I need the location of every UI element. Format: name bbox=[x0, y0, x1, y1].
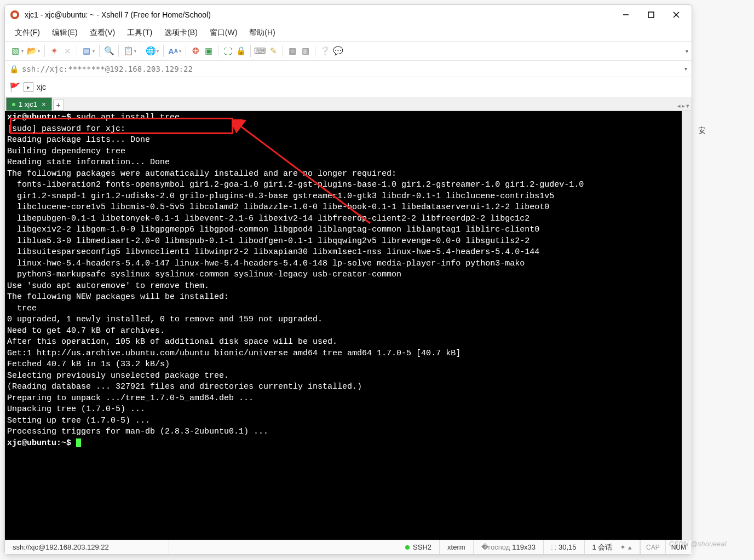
menu-window[interactable]: 窗口(W) bbox=[206, 26, 241, 39]
status-ssh: SSH2 bbox=[398, 540, 440, 554]
minimize-button[interactable] bbox=[618, 7, 634, 22]
svg-point-1 bbox=[13, 13, 17, 17]
grid1-icon[interactable]: ▦ bbox=[286, 45, 298, 57]
output-line: Unpacking tree (1.7.0-5) ... bbox=[7, 405, 145, 414]
cropped-text: 安 bbox=[698, 126, 706, 136]
new-session-icon[interactable]: ▧ bbox=[9, 45, 21, 57]
properties-icon[interactable]: ▤ bbox=[80, 45, 93, 57]
lock-small-icon: 🔒 bbox=[9, 65, 19, 73]
grid2-icon[interactable]: ▥ bbox=[300, 45, 312, 57]
output-line: Use 'sudo apt autoremove' to remove them… bbox=[7, 281, 209, 291]
highlight-icon[interactable]: ✎ bbox=[267, 45, 279, 57]
tab-next-icon[interactable]: ▸ bbox=[682, 102, 685, 109]
output-line: Reading package lists... Done bbox=[7, 135, 150, 145]
bookmark-icon[interactable]: 🚩 bbox=[9, 82, 20, 93]
output-line: libclucene-core1v5 libcmis-0.5-5v5 libco… bbox=[7, 203, 549, 212]
output-line: Setting up tree (1.7.0-5) ... bbox=[7, 416, 150, 425]
status-pos: ⸬30,15 bbox=[544, 540, 585, 554]
watermark: CSDN @shoueeal bbox=[669, 540, 727, 548]
output-line: Need to get 40.7 kB of archives. bbox=[7, 326, 165, 336]
output-line: gir1.2-snapd-1 gir1.2-udisks-2.0 grilo-p… bbox=[7, 192, 554, 201]
output-line: Reading state information... Done bbox=[7, 158, 170, 167]
swirl-icon[interactable]: ❂ bbox=[189, 45, 202, 57]
tab-close-icon[interactable]: × bbox=[42, 100, 46, 108]
app-window: xjc1 - xjc@ubuntu: ~ - Xshell 7 (Free fo… bbox=[4, 4, 692, 555]
tab-label: 1 xjc1 bbox=[19, 100, 37, 108]
prompt-1: xjc@ubuntu:~$ bbox=[7, 113, 76, 122]
open-icon[interactable]: 📂 bbox=[26, 45, 38, 57]
output-line: After this operation, 105 kB of addition… bbox=[7, 337, 337, 347]
session-folder-icon[interactable]: ▸ bbox=[24, 82, 33, 92]
keyboard-icon[interactable]: ⌨ bbox=[254, 45, 266, 57]
green-box-icon[interactable]: ▣ bbox=[203, 45, 215, 57]
output-line: (Reading database ... 327921 files and d… bbox=[7, 382, 362, 391]
address-text[interactable]: ssh://xjc:********@192.168.203.129:22 bbox=[22, 65, 681, 73]
menubar: 文件(F) 编辑(E) 查看(V) 工具(T) 选项卡(B) 窗口(W) 帮助(… bbox=[5, 25, 692, 41]
expand-icon[interactable]: ⛶ bbox=[222, 45, 234, 57]
addressbar: 🔒 ssh://xjc:********@192.168.203.129:22 … bbox=[5, 61, 692, 77]
app-icon bbox=[9, 9, 20, 20]
output-line: Processing triggers for man-db (2.8.3-2u… bbox=[7, 427, 268, 436]
output-line: Preparing to unpack .../tree_1.7.0-5_amd… bbox=[7, 394, 254, 403]
command-1: sudo apt install tree bbox=[76, 113, 180, 122]
tab-xjc1[interactable]: 1 xjc1 × bbox=[6, 97, 52, 111]
globe-icon[interactable]: 🌐 bbox=[145, 45, 157, 57]
window-title: xjc1 - xjc@ubuntu: ~ - Xshell 7 (Free fo… bbox=[25, 10, 618, 19]
search-icon[interactable]: 🔍 bbox=[103, 45, 115, 57]
tab-status-dot bbox=[12, 103, 15, 106]
sessionbar: 🚩 ▸ xjc bbox=[5, 77, 692, 97]
output-line: tree bbox=[7, 304, 37, 313]
help-icon[interactable]: ❔ bbox=[319, 45, 331, 57]
font-icon[interactable]: AA bbox=[167, 45, 179, 57]
chat-icon[interactable]: 💬 bbox=[332, 45, 344, 57]
menu-file[interactable]: 文件(F) bbox=[11, 26, 43, 39]
close-button[interactable] bbox=[669, 7, 684, 22]
output-line: libgexiv2-2 libgom-1.0-0 libgpgmepp6 lib… bbox=[7, 225, 539, 234]
maximize-button[interactable] bbox=[643, 7, 659, 22]
menu-tabs[interactable]: 选项卡(B) bbox=[161, 26, 201, 39]
menu-tools[interactable]: 工具(T) bbox=[124, 26, 156, 39]
output-line: Fetched 40.7 kB in 1s (33.2 kB/s) bbox=[7, 360, 170, 369]
output-line: libsuitesparseconfig5 libvncclient1 libw… bbox=[7, 247, 539, 257]
prompt-2: xjc@ubuntu:~$ bbox=[7, 438, 76, 448]
output-line: liblua5.3-0 libmediaart-2.0-0 libmspub-0… bbox=[7, 236, 529, 246]
output-line: Get:1 http://us.archive.ubuntu.com/ubunt… bbox=[7, 349, 461, 358]
output-line: 0 upgraded, 1 newly installed, 0 to remo… bbox=[7, 315, 323, 324]
output-line: Building dependency tree bbox=[7, 147, 160, 156]
output-line: Selecting previously unselected package … bbox=[7, 371, 229, 380]
status-cap: CAP bbox=[640, 540, 665, 554]
add-tab-button[interactable]: + bbox=[53, 100, 64, 111]
status-connection: ssh://xjc@192.168.203.129:22 bbox=[5, 540, 169, 554]
status-size: �господ119x33 bbox=[474, 540, 544, 554]
output-line: The following packages were automaticall… bbox=[7, 169, 396, 178]
menu-view[interactable]: 查看(V) bbox=[87, 26, 119, 39]
status-led-icon bbox=[405, 545, 410, 550]
copy-icon[interactable]: 📋 bbox=[122, 45, 134, 57]
svg-rect-3 bbox=[648, 12, 654, 18]
menu-edit[interactable]: 编辑(E) bbox=[49, 26, 81, 39]
disconnect-icon[interactable]: ⤫ bbox=[61, 45, 73, 57]
lock-icon[interactable]: 🔒 bbox=[235, 45, 247, 57]
menu-help[interactable]: 帮助(H) bbox=[246, 26, 278, 39]
scrollbar-thumb[interactable] bbox=[683, 111, 690, 177]
statusbar: ssh://xjc@192.168.203.129:22 SSH2 xterm … bbox=[5, 540, 692, 554]
output-line: [sudo] password for xjc: bbox=[7, 124, 130, 134]
output-line: python3-markupsafe syslinux syslinux-com… bbox=[7, 270, 401, 279]
output-line: linux-hwe-5.4-headers-5.4.0-147 linux-hw… bbox=[7, 259, 525, 268]
cursor bbox=[76, 438, 81, 447]
address-dropdown[interactable]: ▾ bbox=[684, 66, 687, 72]
tab-list-icon[interactable]: ▾ bbox=[686, 102, 689, 109]
status-term: xterm bbox=[440, 540, 474, 554]
terminal[interactable]: xjc@ubuntu:~$ sudo apt install tree [sud… bbox=[5, 111, 692, 540]
toolbar: ▧▾ 📂▾ ✴ ⤫ ▤▾ 🔍 📋▾ 🌐▾ AA▾ ❂ ▣ ⛶ 🔒 ⌨ ✎ ▦ ▥… bbox=[5, 41, 692, 61]
output-line: The following NEW packages will be insta… bbox=[7, 292, 229, 302]
status-sessions: 1 会话✦ ▴ bbox=[585, 540, 640, 554]
tabstrip: 1 xjc1 × + ◂ ▸ ▾ bbox=[5, 97, 692, 111]
titlebar: xjc1 - xjc@ubuntu: ~ - Xshell 7 (Free fo… bbox=[5, 5, 692, 25]
tab-prev-icon[interactable]: ◂ bbox=[677, 102, 681, 109]
reconnect-icon[interactable]: ✴ bbox=[48, 45, 60, 57]
session-name[interactable]: xjc bbox=[37, 83, 46, 91]
output-line: libepubgen-0.1-1 libetonyek-0.1-1 libeve… bbox=[7, 214, 529, 223]
toolbar-overflow[interactable]: ▾ bbox=[686, 48, 688, 54]
output-line: fonts-liberation2 fonts-opensymbol gir1.… bbox=[7, 180, 584, 189]
